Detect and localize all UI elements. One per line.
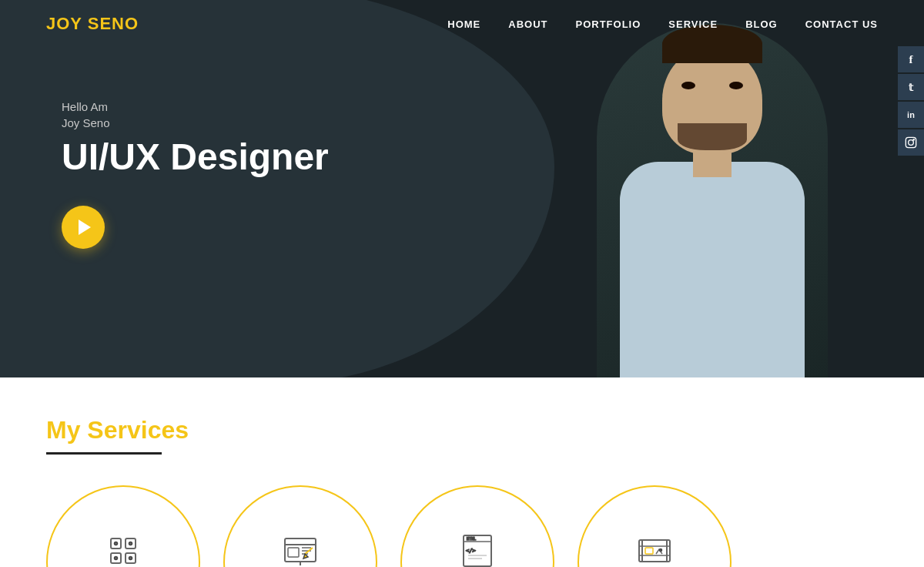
social-sidebar: f 𝕥 in [898,46,924,156]
svg-point-1 [909,140,914,146]
hero-section: JOY SENO HOME ABOUT PORTFOLIO SERVICE BL… [0,0,924,377]
services-underline [46,452,162,455]
svg-rect-27 [639,540,670,562]
services-heading: My Services [46,416,878,445]
play-button[interactable] [62,206,105,249]
svg-point-8 [129,542,132,545]
service-card-logo[interactable]: Logo Designign [578,485,732,567]
logo-design-icon [636,532,673,567]
svg-rect-13 [288,548,299,557]
hero-greeting: Hello Am [62,100,329,113]
logo[interactable]: JOY SENO [46,14,139,34]
nav-portfolio[interactable]: PORTFOLIO [575,18,641,30]
svg-point-7 [115,542,118,545]
svg-text:HTML: HTML [467,536,476,541]
service-card-website[interactable]: Website Design [223,485,377,567]
services-grid: App Design Website Design [46,485,878,567]
navbar: JOY SENO HOME ABOUT PORTFOLIO SERVICE BL… [0,0,924,48]
service-card-html[interactable]: HTML </> Html And Css [400,485,554,567]
svg-point-10 [129,557,132,560]
nav-about[interactable]: ABOUT [508,18,547,30]
svg-rect-0 [906,137,916,147]
svg-point-2 [913,139,914,140]
nav-service[interactable]: SERVICE [668,18,718,30]
instagram-icon[interactable] [898,129,924,156]
hero-person [578,23,847,377]
logo-last: SENO [88,14,139,33]
hero-title: UI/UX Designer [62,137,329,178]
hero-name: Joy Seno [62,116,329,129]
svg-point-33 [660,549,662,552]
nav-contact[interactable]: CONTACT US [805,18,878,30]
svg-rect-30 [645,548,653,554]
services-section: My Services App Design [0,377,924,567]
svg-point-9 [115,557,118,560]
app-design-icon [105,532,142,567]
nav-blog[interactable]: BLOG [745,18,778,30]
nav-links: HOME ABOUT PORTFOLIO SERVICE BLOG CONTAC… [447,17,878,31]
svg-text:</>: </> [466,548,476,554]
website-design-icon [282,532,319,567]
services-heading-highlight: My [46,416,80,444]
facebook-icon[interactable]: f [898,46,924,72]
logo-first: JOY [46,14,82,33]
svg-marker-20 [303,554,308,559]
svg-rect-11 [285,538,316,562]
services-heading-rest: Services [80,416,189,444]
hero-content: Hello Am Joy Seno UI/UX Designer [62,100,329,249]
linkedin-icon[interactable]: in [898,102,924,128]
html-css-icon: HTML </> [459,532,496,567]
twitter-icon[interactable]: 𝕥 [898,74,924,100]
nav-home[interactable]: HOME [447,18,480,30]
service-card-app[interactable]: App Design [46,485,200,567]
